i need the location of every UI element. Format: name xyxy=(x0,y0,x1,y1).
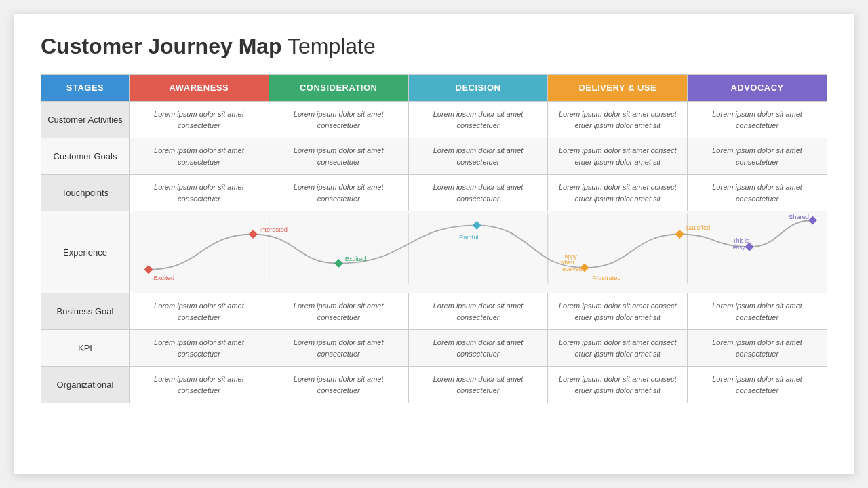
data-cell: Lorem ipsum dolor sit amet consectetuer xyxy=(408,330,548,367)
data-cell: Lorem ipsum dolor sit amet consectetuer xyxy=(688,367,827,403)
row-label: Organizational xyxy=(41,367,130,403)
svg-marker-7 xyxy=(473,221,481,230)
svg-text:Interested: Interested xyxy=(260,226,288,233)
header-row: STAGES AWARENESS CONSIDERATION DECISION … xyxy=(41,75,827,102)
journey-map-table: STAGES AWARENESS CONSIDERATION DECISION … xyxy=(41,74,827,403)
svg-marker-6 xyxy=(334,259,343,268)
svg-text:Shared: Shared xyxy=(789,214,809,220)
svg-marker-9 xyxy=(675,230,684,239)
table-row: Business GoalLorem ipsum dolor sit amet … xyxy=(41,293,827,330)
header-advocacy: ADVOCACY xyxy=(688,75,827,102)
svg-marker-4 xyxy=(249,230,258,239)
data-cell: Lorem ipsum dolor sit amet consectetuer xyxy=(269,293,408,330)
row-label: KPI xyxy=(41,330,130,367)
experience-chart-cell: Interested Excited Excited Painful Happy… xyxy=(130,211,827,293)
data-cell: Lorem ipsum dolor sit amet consect etuer… xyxy=(548,367,688,403)
data-cell: Lorem ipsum dolor sit amet consectetuer xyxy=(408,175,548,211)
data-cell: Lorem ipsum dolor sit amet consectetuer xyxy=(130,293,269,330)
svg-text:received: received xyxy=(560,266,582,272)
data-cell: Lorem ipsum dolor sit amet consectetuer xyxy=(269,102,408,138)
header-decision: DECISION xyxy=(408,75,548,102)
page-title: Customer Journey Map Template xyxy=(41,34,827,59)
table-row: Customer GoalsLorem ipsum dolor sit amet… xyxy=(41,138,827,175)
data-cell: Lorem ipsum dolor sit amet consectetuer xyxy=(688,293,827,330)
data-cell: Lorem ipsum dolor sit amet consectetuer xyxy=(688,330,827,367)
svg-text:This is: This is xyxy=(733,237,749,244)
data-cell: Lorem ipsum dolor sit amet consectetuer xyxy=(130,330,269,367)
data-cell: Lorem ipsum dolor sit amet consectetuer xyxy=(130,367,269,403)
data-cell: Lorem ipsum dolor sit amet consectetuer xyxy=(688,175,827,211)
slide: Customer Journey Map Template STAGES AWA… xyxy=(14,14,854,474)
header-delivery: DELIVERY & USE xyxy=(548,75,688,102)
data-cell: Lorem ipsum dolor sit amet consect etuer… xyxy=(548,293,688,330)
svg-text:easy: easy xyxy=(733,244,746,251)
data-cell: Lorem ipsum dolor sit amet consect etuer… xyxy=(548,138,688,175)
table-row: TouchpointsLorem ipsum dolor sit amet co… xyxy=(41,175,827,211)
data-cell: Lorem ipsum dolor sit amet consectetuer xyxy=(408,102,548,138)
data-cell: Lorem ipsum dolor sit amet consectetuer xyxy=(130,138,269,175)
data-cell: Lorem ipsum dolor sit amet consect etuer… xyxy=(548,330,688,367)
svg-marker-5 xyxy=(144,265,153,274)
data-cell: Lorem ipsum dolor sit amet consect etuer… xyxy=(548,175,688,211)
table-row: KPILorem ipsum dolor sit amet consectetu… xyxy=(41,330,827,367)
data-cell: Lorem ipsum dolor sit amet consectetuer xyxy=(408,293,548,330)
table-row: Customer ActivitiesLorem ipsum dolor sit… xyxy=(41,102,827,138)
svg-text:Excited: Excited xyxy=(345,256,366,262)
data-cell: Lorem ipsum dolor sit amet consectetuer xyxy=(688,138,827,175)
row-label: Customer Activities xyxy=(41,102,130,138)
svg-text:Painful: Painful xyxy=(459,234,479,241)
data-cell: Lorem ipsum dolor sit amet consect etuer… xyxy=(548,102,688,138)
header-stages: STAGES xyxy=(41,75,130,102)
data-cell: Lorem ipsum dolor sit amet consectetuer xyxy=(269,330,408,367)
header-consideration: CONSIDERATION xyxy=(269,75,408,102)
header-awareness: AWARENESS xyxy=(130,75,269,102)
data-cell: Lorem ipsum dolor sit amet consectetuer xyxy=(130,102,269,138)
table-row: Experience xyxy=(41,211,827,293)
svg-text:Satisfied: Satisfied xyxy=(686,224,711,231)
data-cell: Lorem ipsum dolor sit amet consectetuer xyxy=(688,102,827,138)
row-label: Customer Goals xyxy=(41,138,130,175)
svg-text:Excited: Excited xyxy=(154,274,175,281)
data-cell: Lorem ipsum dolor sit amet consectetuer xyxy=(269,138,408,175)
svg-text:Frustrated: Frustrated xyxy=(592,274,621,281)
row-label: Touchpoints xyxy=(41,175,130,211)
data-cell: Lorem ipsum dolor sit amet consectetuer xyxy=(408,367,548,403)
table-row: OrganizationalLorem ipsum dolor sit amet… xyxy=(41,367,827,403)
data-cell: Lorem ipsum dolor sit amet consectetuer xyxy=(269,175,408,211)
row-label: Business Goal xyxy=(41,293,130,330)
data-cell: Lorem ipsum dolor sit amet consectetuer xyxy=(269,367,408,403)
svg-marker-11 xyxy=(808,216,817,224)
data-cell: Lorem ipsum dolor sit amet consectetuer xyxy=(130,175,269,211)
data-cell: Lorem ipsum dolor sit amet consectetuer xyxy=(408,138,548,175)
row-label: Experience xyxy=(41,211,130,293)
